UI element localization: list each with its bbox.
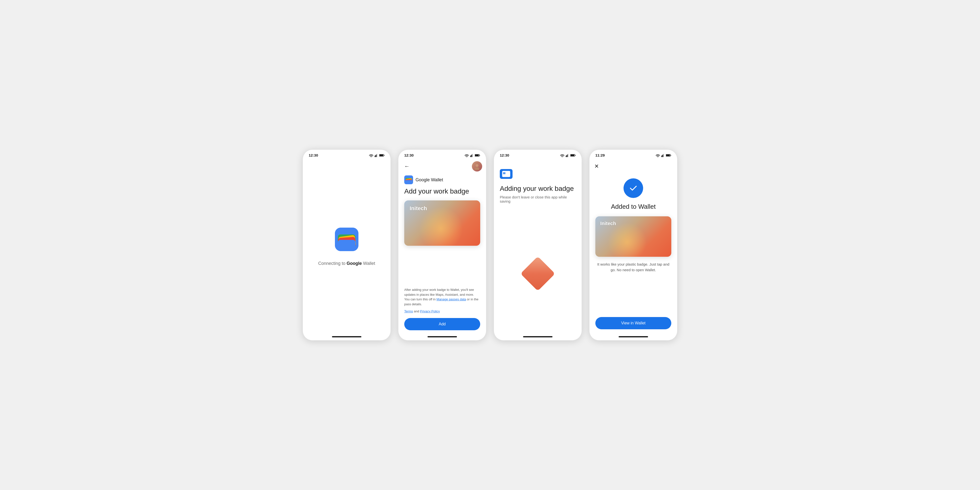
- screen2-phone: 12:30 ←: [398, 150, 486, 340]
- adding-screen: Adding your work badge Please don't leav…: [494, 159, 582, 334]
- signal-icon-2: [470, 154, 474, 157]
- id-badge-icon: [500, 169, 512, 179]
- screen2-nav: ←: [398, 159, 486, 173]
- signal-icon: [375, 154, 378, 157]
- footer-terms: Terms and Privacy Policy: [404, 309, 480, 313]
- screen3-content-wrapper: Adding your work badge Please don't leav…: [494, 159, 582, 334]
- screen1-phone: 12:30: [302, 150, 391, 340]
- svg-rect-40: [663, 154, 664, 157]
- avatar[interactable]: [472, 161, 482, 172]
- svg-rect-39: [663, 154, 663, 157]
- screens-container: 12:30: [302, 150, 678, 340]
- svg-rect-6: [384, 155, 385, 156]
- badge-company-name-small: Initech: [600, 221, 616, 226]
- connecting-screen: Connecting to Google Wallet: [303, 159, 391, 334]
- signal-icon-3: [566, 154, 569, 157]
- signal-icon-4: [661, 154, 665, 157]
- app-icon: [335, 228, 358, 251]
- svg-rect-28: [567, 154, 568, 157]
- screen2-body: Google Wallet Add your work badge Initec…: [398, 173, 486, 334]
- battery-icon-3: [570, 154, 576, 157]
- status-icons-4: [655, 154, 671, 157]
- id-card-icon: [502, 170, 511, 177]
- status-time-3: 12:30: [500, 153, 509, 157]
- svg-rect-32: [575, 155, 576, 156]
- home-indicator-3[interactable]: [523, 336, 552, 337]
- svg-rect-35: [506, 172, 509, 173]
- add-badge-title: Add your work badge: [404, 187, 480, 196]
- view-in-wallet-button[interactable]: View in Wallet: [595, 317, 671, 329]
- terms-link[interactable]: Terms: [404, 309, 413, 313]
- added-screen: Added to Wallet Initech It works like yo…: [589, 173, 677, 334]
- svg-rect-29: [568, 154, 568, 157]
- svg-rect-36: [506, 173, 508, 174]
- svg-rect-27: [566, 155, 567, 157]
- card-glow: [419, 207, 463, 246]
- svg-rect-17: [475, 154, 479, 156]
- status-icons-2: [465, 154, 480, 157]
- add-button[interactable]: Add: [404, 318, 480, 330]
- wallet-icon-svg: [335, 228, 358, 251]
- svg-rect-0: [375, 156, 375, 157]
- connecting-bold: Google: [347, 261, 362, 266]
- status-bar-2: 12:30: [398, 150, 486, 159]
- terms-and: and: [413, 309, 420, 313]
- status-time-4: 11:29: [595, 153, 605, 157]
- svg-rect-12: [470, 156, 471, 157]
- svg-rect-18: [479, 155, 480, 156]
- success-circle: [624, 178, 643, 198]
- adding-subtitle: Please don't leave or close this app whi…: [500, 195, 576, 204]
- svg-rect-11: [338, 240, 355, 249]
- status-time-1: 12:30: [309, 153, 318, 157]
- status-time-2: 12:30: [404, 153, 414, 157]
- svg-rect-5: [380, 154, 383, 156]
- svg-rect-34: [503, 172, 506, 174]
- initech-badge-card: Initech: [404, 200, 480, 246]
- svg-rect-42: [666, 154, 670, 156]
- footer-description: After adding your work badge to Wallet, …: [404, 287, 480, 307]
- svg-rect-1: [375, 155, 376, 157]
- status-bar-4: 11:29: [589, 150, 677, 159]
- wifi-icon-2: [465, 154, 469, 157]
- privacy-link[interactable]: Privacy Policy: [420, 309, 440, 313]
- svg-rect-43: [671, 155, 671, 156]
- screen4-content-wrapper: Added to Wallet Initech It works like yo…: [589, 173, 677, 334]
- back-button[interactable]: ←: [402, 161, 412, 172]
- adding-title: Adding your work badge: [500, 185, 574, 192]
- wifi-icon-3: [560, 154, 565, 157]
- brand-name: Google Wallet: [415, 177, 443, 183]
- svg-rect-25: [406, 180, 412, 183]
- checkmark-icon: [628, 183, 638, 193]
- wifi-icon-4: [655, 154, 660, 157]
- initech-badge-card-small: Initech: [595, 216, 671, 257]
- home-indicator-4[interactable]: [619, 336, 648, 337]
- svg-rect-38: [662, 155, 662, 157]
- screen2-content: Google Wallet Add your work badge Initec…: [398, 173, 486, 334]
- home-indicator-2[interactable]: [428, 336, 457, 337]
- svg-rect-3: [377, 154, 377, 157]
- status-bar-3: 12:30: [494, 150, 582, 159]
- wifi-icon: [369, 154, 373, 157]
- added-description: It works like your plastic badge. Just t…: [595, 262, 671, 273]
- status-icons-1: [369, 154, 385, 157]
- card-glow-small: [608, 223, 647, 257]
- close-button[interactable]: ✕: [593, 162, 600, 170]
- manage-passes-link[interactable]: Manage passes data: [437, 298, 466, 301]
- svg-rect-13: [471, 155, 471, 157]
- avatar-icon: [474, 163, 480, 170]
- home-indicator-1[interactable]: [332, 336, 361, 337]
- svg-rect-31: [571, 154, 574, 156]
- connecting-suffix: Wallet: [362, 261, 375, 266]
- badge-company-name: Initech: [410, 205, 427, 212]
- added-title: Added to Wallet: [611, 203, 656, 210]
- loading-spinner: [520, 256, 555, 291]
- brand-row: Google Wallet: [404, 175, 480, 184]
- screen3-phone: 12:30 Adding your work badge Pleas: [494, 150, 582, 340]
- screen1-content: Connecting to Google Wallet: [303, 159, 391, 334]
- connecting-label: Connecting to Google Wallet: [318, 261, 375, 266]
- svg-point-20: [475, 167, 479, 170]
- status-icons-3: [560, 154, 576, 157]
- svg-point-19: [476, 164, 478, 167]
- svg-rect-37: [661, 156, 662, 157]
- status-bar-1: 12:30: [303, 150, 391, 159]
